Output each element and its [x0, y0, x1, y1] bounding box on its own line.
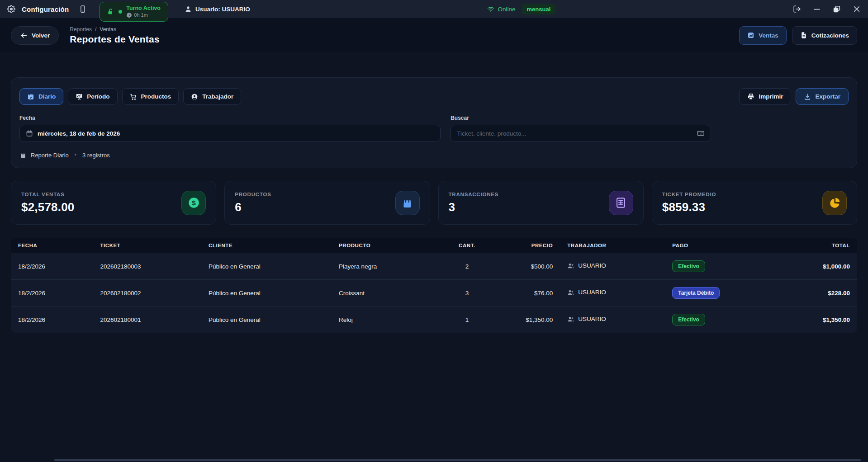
- stat-value: 3: [449, 200, 499, 214]
- breadcrumb-section[interactable]: Reportes: [70, 26, 92, 33]
- stat-label: TICKET PROMEDIO: [662, 192, 716, 197]
- sales-table-wrap: FECHATICKETCLIENTEPRODUCTOCANT.PRECIOTRA…: [11, 238, 857, 333]
- sales-table: FECHATICKETCLIENTEPRODUCTOCANT.PRECIOTRA…: [11, 238, 857, 333]
- cell-fecha: 18/2/2026: [11, 280, 93, 306]
- table-row[interactable]: 18/2/2026202602180001Público en GeneralR…: [11, 306, 857, 333]
- report-summary: Reporte Diario • 3 registros: [19, 151, 849, 159]
- cell-trabajador: USUARIO: [560, 280, 665, 306]
- tab-diario[interactable]: Diario: [19, 88, 63, 105]
- payment-badge: Efectivo: [672, 260, 705, 272]
- file-text-icon: [800, 32, 807, 39]
- payment-badge: Tarjeta Débito: [672, 287, 720, 299]
- smartphone-icon[interactable]: [79, 5, 87, 13]
- table-header-row: FECHATICKETCLIENTEPRODUCTOCANT.PRECIOTRA…: [11, 238, 857, 253]
- user-label: Usuario: USUARIO: [195, 6, 250, 13]
- titlebar-status: Online mensual: [487, 4, 555, 14]
- col-header-pago: PAGO: [665, 238, 765, 253]
- cell-fecha: 18/2/2026: [11, 253, 93, 280]
- tab-trabajador[interactable]: Trabajador: [183, 88, 241, 105]
- chart-square-icon: [747, 32, 754, 39]
- col-header-trabajador: TRABAJADOR: [560, 238, 665, 253]
- filters-panel: DiarioPeríodoProductosTrabajador Imprimi…: [11, 77, 857, 168]
- breadcrumb-separator: /: [95, 26, 96, 33]
- maximize-icon[interactable]: [833, 5, 841, 13]
- cell-cant: 1: [447, 306, 488, 333]
- worker-name: USUARIO: [578, 262, 606, 269]
- stat-label: PRODUCTOS: [235, 192, 271, 197]
- calendar-edit-icon: [27, 93, 34, 100]
- window-controls: [793, 5, 861, 13]
- date-picker[interactable]: miércoles, 18 de feb de 2026: [19, 125, 441, 142]
- shopping-bag-icon: [19, 151, 27, 159]
- worker-name: USUARIO: [578, 316, 606, 322]
- cell-total: $1,000.00: [765, 253, 857, 280]
- cell-total: $228.00: [765, 280, 857, 306]
- pie-chart-icon: [822, 191, 847, 215]
- shift-label: Turno Activo: [126, 5, 161, 12]
- app-title: Configuración: [22, 5, 69, 13]
- close-icon[interactable]: [853, 5, 861, 13]
- plan-badge: mensual: [522, 4, 556, 14]
- calendar-icon: [26, 130, 33, 137]
- shift-time: 0h 1m: [134, 12, 148, 19]
- cell-trabajador: USUARIO: [560, 253, 665, 280]
- tab-label: Trabajador: [202, 93, 233, 100]
- stat-card-transacciones: TRANSACCIONES3: [438, 181, 644, 225]
- report-tabs: DiarioPeríodoProductosTrabajador: [19, 88, 241, 105]
- cotizaciones-label: Cotizaciones: [811, 32, 849, 39]
- shopping-bag-icon: [395, 191, 420, 215]
- col-header-total: TOTAL: [765, 238, 857, 253]
- export-button[interactable]: Exportar: [796, 88, 849, 105]
- shift-active-badge[interactable]: Turno Activo 0h 1m: [100, 2, 168, 22]
- shopping-cart-icon: [130, 93, 137, 100]
- print-button[interactable]: Imprimir: [739, 88, 791, 105]
- titlebar: Configuración Turno Activo 0h 1m: [0, 0, 868, 18]
- titlebar-left: Configuración Turno Activo 0h 1m: [7, 0, 250, 19]
- date-value: miércoles, 18 de feb de 2026: [38, 130, 120, 137]
- col-header-producto: PRODUCTO: [332, 238, 446, 253]
- tab-label: Diario: [38, 93, 56, 100]
- cell-ticket: 202602180003: [93, 253, 201, 280]
- titlebar-user: Usuario: USUARIO: [185, 5, 250, 13]
- cell-fecha: 18/2/2026: [11, 306, 93, 333]
- lock-open-icon: [107, 8, 114, 15]
- table-body: 18/2/2026202602180003Público en GeneralP…: [11, 253, 857, 333]
- clock-icon: [126, 12, 132, 18]
- report-name: Reporte Diario: [31, 152, 69, 159]
- table-row[interactable]: 18/2/2026202602180002Público en GeneralC…: [11, 280, 857, 306]
- cell-cliente: Público en General: [201, 280, 332, 306]
- arrow-left-icon: [20, 32, 28, 39]
- tab-label: Período: [87, 93, 109, 100]
- logout-icon[interactable]: [793, 5, 801, 13]
- ventas-button[interactable]: Ventas: [739, 26, 787, 45]
- date-field-label: Fecha: [19, 115, 441, 121]
- printer-icon: [747, 93, 754, 100]
- minimize-icon[interactable]: [813, 5, 821, 13]
- stat-value: $2,578.00: [21, 200, 74, 214]
- export-label: Exportar: [815, 93, 840, 100]
- gear-icon[interactable]: [7, 5, 15, 13]
- cell-cant: 2: [447, 253, 488, 280]
- back-button[interactable]: Volver: [11, 26, 59, 45]
- stat-card-productos: PRODUCTOS6: [224, 181, 430, 225]
- search-input[interactable]: [457, 130, 692, 137]
- cell-cliente: Público en General: [201, 253, 332, 280]
- table-row[interactable]: 18/2/2026202602180003Público en GeneralP…: [11, 253, 857, 280]
- worker-name: USUARIO: [578, 289, 606, 296]
- cell-pago: Efectivo: [665, 306, 765, 333]
- cell-cliente: Público en General: [201, 306, 332, 333]
- cotizaciones-button[interactable]: Cotizaciones: [792, 26, 857, 45]
- horizontal-scrollbar[interactable]: [54, 459, 861, 461]
- search-field-label: Buscar: [451, 115, 711, 121]
- payment-badge: Efectivo: [672, 314, 705, 325]
- ventas-label: Ventas: [759, 32, 778, 39]
- tab-periodo[interactable]: Período: [68, 88, 117, 105]
- keyboard-icon[interactable]: [697, 129, 705, 137]
- back-label: Volver: [32, 32, 50, 39]
- stat-value: 6: [235, 200, 271, 214]
- users-icon: [567, 289, 574, 296]
- cell-producto: Reloj: [332, 306, 446, 333]
- stat-value: $859.33: [662, 200, 716, 214]
- cell-producto: Playera negra: [332, 253, 446, 280]
- tab-productos[interactable]: Productos: [122, 88, 179, 105]
